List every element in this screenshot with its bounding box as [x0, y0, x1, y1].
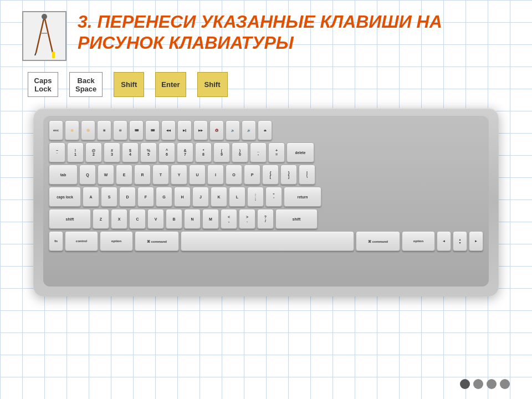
key-f[interactable]: F [137, 187, 154, 207]
page-title: 3. ПЕРЕНЕСИ УКАЗАННЫЕ КЛАВИШИ НА РИСУНОК… [78, 11, 510, 54]
key-eject[interactable]: ⏏ [258, 120, 272, 140]
key-c[interactable]: C [129, 209, 146, 229]
dot-3[interactable] [487, 379, 497, 389]
key-1[interactable]: !1 [67, 142, 84, 162]
key-f9[interactable]: ▶▶ [193, 120, 208, 140]
svg-point-2 [42, 14, 47, 19]
key-2[interactable]: @2 [85, 142, 102, 162]
key-caps-lock[interactable]: CapsLock [28, 72, 58, 97]
header: 3. ПЕРЕНЕСИ УКАЗАННЫЕ КЛАВИШИ НА РИСУНОК… [22, 11, 510, 61]
key-command-left[interactable]: ⌘ command [135, 231, 179, 251]
key-rshift[interactable]: shift [275, 209, 318, 229]
key-comma[interactable]: <, [221, 209, 237, 229]
key-s[interactable]: S [101, 187, 117, 207]
dot-2[interactable] [473, 379, 483, 389]
key-f11[interactable]: 🔉 [226, 120, 240, 140]
key-w[interactable]: W [98, 165, 114, 185]
kb-row-qwerty: tab Q W E R T Y U I O P {[ }] |\ [49, 165, 483, 185]
key-5[interactable]: %5 [140, 142, 157, 162]
key-capslock[interactable]: caps lock [49, 187, 81, 207]
key-lshift[interactable]: shift [49, 209, 91, 229]
key-y[interactable]: Y [171, 165, 187, 185]
key-equals[interactable]: += [268, 142, 285, 162]
key-tab[interactable]: tab [49, 165, 78, 185]
key-u[interactable]: U [189, 165, 206, 185]
key-9[interactable]: (9 [213, 142, 230, 162]
key-right[interactable]: ► [469, 231, 483, 251]
key-f6[interactable]: ⌨ [145, 120, 160, 140]
key-backtick[interactable]: ~` [49, 142, 65, 162]
kb-row-fn: esc 🔅 🔆 ⊞ ⊟ ⌨ ⌨ ◀◀ ▶|| ▶▶ 🔇 🔉 🔊 ⏏ [49, 120, 483, 140]
key-e[interactable]: E [116, 165, 132, 185]
key-esc[interactable]: esc [49, 120, 63, 140]
key-v[interactable]: V [147, 209, 164, 229]
key-space[interactable] [181, 231, 354, 251]
key-slash[interactable]: ?/ [257, 209, 274, 229]
keys-row: CapsLock BackSpace Shift Enter Shift [22, 72, 510, 97]
svg-line-1 [44, 17, 53, 53]
key-x[interactable]: X [111, 209, 127, 229]
key-f1[interactable]: 🔅 [65, 120, 79, 140]
key-shift-right[interactable]: Shift [197, 72, 228, 97]
keyboard-image: esc 🔅 🔆 ⊞ ⊟ ⌨ ⌨ ◀◀ ▶|| ▶▶ 🔇 🔉 🔊 ⏏ [33, 108, 499, 296]
key-shift-left[interactable]: Shift [114, 72, 144, 97]
key-p[interactable]: P [244, 165, 260, 185]
key-f2[interactable]: 🔆 [81, 120, 95, 140]
key-i[interactable]: I [207, 165, 224, 185]
key-l[interactable]: L [229, 187, 245, 207]
key-command-right[interactable]: ⌘ command [356, 231, 400, 251]
key-6[interactable]: ^6 [158, 142, 175, 162]
key-r[interactable]: R [134, 165, 151, 185]
key-t[interactable]: T [152, 165, 169, 185]
svg-line-5 [35, 53, 36, 55]
key-f7[interactable]: ◀◀ [161, 120, 176, 140]
key-z[interactable]: Z [93, 209, 109, 229]
key-3[interactable]: #3 [104, 142, 120, 162]
compass-icon [22, 11, 66, 61]
key-q[interactable]: Q [79, 165, 96, 185]
key-enter[interactable]: Enter [155, 72, 186, 97]
key-k[interactable]: K [211, 187, 227, 207]
key-semicolon[interactable]: :; [247, 187, 264, 207]
key-f8[interactable]: ▶|| [177, 120, 192, 140]
key-quote[interactable]: "' [265, 187, 282, 207]
key-d[interactable]: D [119, 187, 136, 207]
dot-4[interactable] [500, 379, 510, 389]
key-j[interactable]: J [192, 187, 209, 207]
key-h[interactable]: H [174, 187, 191, 207]
key-n[interactable]: N [184, 209, 201, 229]
key-f12[interactable]: 🔊 [242, 120, 256, 140]
key-a[interactable]: A [83, 187, 99, 207]
key-o[interactable]: O [226, 165, 242, 185]
svg-line-0 [36, 17, 44, 53]
key-up-down[interactable]: ▲▼ [453, 231, 467, 251]
dot-1[interactable] [460, 379, 470, 389]
key-f10[interactable]: 🔇 [209, 120, 224, 140]
key-option-right[interactable]: option [402, 231, 435, 251]
key-backslash[interactable]: |\ [299, 165, 315, 185]
key-rbracket[interactable]: }] [280, 165, 297, 185]
key-fn[interactable]: fn [49, 231, 63, 251]
key-left[interactable]: ◄ [437, 231, 451, 251]
key-m[interactable]: M [202, 209, 219, 229]
key-option-left[interactable]: option [100, 231, 133, 251]
key-g[interactable]: G [156, 187, 172, 207]
key-minus[interactable]: _- [250, 142, 267, 162]
key-delete[interactable]: delete [287, 142, 314, 162]
key-f4[interactable]: ⊟ [113, 120, 127, 140]
svg-rect-7 [52, 52, 55, 58]
key-f5[interactable]: ⌨ [129, 120, 144, 140]
key-4[interactable]: $4 [122, 142, 139, 162]
key-0[interactable]: )0 [232, 142, 248, 162]
pagination [460, 379, 510, 389]
kb-row-zxcv: shift Z X C V B N M <, >. ?/ shift [49, 209, 483, 229]
key-control[interactable]: control [65, 231, 98, 251]
key-return[interactable]: return [284, 187, 321, 207]
key-back-space[interactable]: BackSpace [69, 72, 103, 97]
key-period[interactable]: >. [239, 209, 255, 229]
key-f3[interactable]: ⊞ [97, 120, 111, 140]
key-b[interactable]: B [166, 209, 182, 229]
key-lbracket[interactable]: {[ [262, 165, 279, 185]
key-7[interactable]: &7 [177, 142, 193, 162]
key-8[interactable]: *8 [195, 142, 212, 162]
